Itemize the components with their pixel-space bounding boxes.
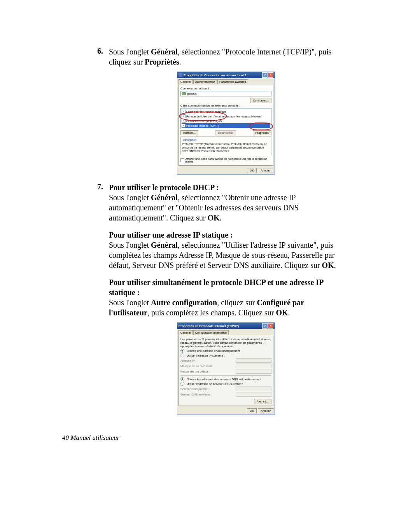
step-number-7: 7. (97, 182, 109, 318)
adapter-field[interactable]: XXXXX (180, 91, 271, 96)
list-item-selected: ✓Protocole Internet (TCP/IP) (182, 123, 270, 128)
description-group: Description Protocole TCP/IP (Transmissi… (180, 136, 271, 155)
label-uses: Cette connexion utilise les éléments sui… (180, 104, 271, 107)
dns2-field (236, 392, 271, 397)
radio-auto-dns[interactable] (180, 377, 184, 381)
titlebar[interactable]: Propriétés de Protocole Internet (TCP/IP… (177, 323, 275, 329)
uninstall-button[interactable]: Désinstaller (215, 130, 236, 135)
cancel-button[interactable]: Annuler (258, 168, 273, 173)
instruction-6: 6. Sous l'onglet Général, sélectionnez "… (97, 47, 343, 67)
list-item-label: Protocole Internet (TCP/IP) (186, 124, 219, 127)
dns1-field (236, 387, 271, 391)
para-both: Sous l'onglet Autre configuration, cliqu… (109, 297, 343, 318)
para-dhcp: Sous l'onglet Général, sélectionnez "Obt… (109, 192, 343, 223)
text: Sous l'onglet (109, 241, 151, 249)
radio-label: Utiliser l'adresse IP suivante : (187, 354, 225, 357)
text: Sous l'onglet (109, 298, 151, 307)
list-item: ✓Client pour les réseaux Microsoft (182, 109, 270, 114)
bold: Général (151, 47, 178, 56)
list-item-label: Planificateur de paquets QoS (186, 120, 222, 122)
ok-button[interactable]: OK (247, 408, 257, 413)
adapter-name: XXXXX (187, 92, 197, 96)
list-item-label: Partage de fichiers et d'imprimantes pou… (186, 115, 262, 118)
mask-field (236, 364, 271, 368)
window-title: Propriétés de Connexion au réseau local … (184, 73, 246, 77)
dialog2-wrap: Propriétés de Protocole Internet (TCP/IP… (109, 322, 343, 415)
tab-general[interactable]: Général (178, 330, 193, 335)
gateway-field (236, 369, 271, 374)
checkbox-icon[interactable] (180, 158, 184, 162)
label-connect-using: Connexion en utilisant : (180, 87, 271, 90)
document-body: 6. Sous l'onglet Général, sélectionnez "… (97, 47, 343, 420)
text: . (179, 58, 181, 66)
window-icon (178, 73, 182, 77)
step-6-text: Sous l'onglet Général, sélectionnez "Pro… (109, 47, 343, 67)
button-row: Installer... Désinstaller Propriétés (180, 130, 271, 135)
tab-alt-config[interactable]: Configuration alternative (193, 330, 229, 335)
text: Sous l'onglet (109, 193, 151, 202)
heading-both: Pour utiliser simultanément le protocole… (109, 277, 343, 297)
checkbox-icon[interactable]: ✓ (182, 119, 186, 123)
bold: Général (151, 241, 178, 249)
titlebar[interactable]: Propriétés de Connexion au réseau local … (177, 72, 275, 78)
cancel-button[interactable]: Annuler (258, 408, 273, 413)
dialog1-wrap: Propriétés de Connexion au réseau local … (109, 72, 343, 175)
bold: OK (276, 308, 288, 317)
install-button[interactable]: Installer... (180, 130, 198, 135)
description-title: Description (182, 138, 197, 141)
bold: Autre configuration (151, 298, 217, 307)
tab-panel: Connexion en utilisant : XXXXX Configure… (178, 84, 273, 166)
help-icon[interactable]: ? (262, 323, 268, 329)
checkbox-icon[interactable]: ✓ (182, 114, 186, 118)
close-icon[interactable]: × (268, 323, 273, 329)
text: . (288, 308, 290, 317)
tcpip-properties-dialog: Propriétés de Protocole Internet (TCP/IP… (177, 322, 275, 415)
ok-button[interactable]: OK (247, 168, 257, 173)
tab-general[interactable]: Général (178, 79, 193, 84)
list-item: ✓Planificateur de paquets QoS (182, 119, 270, 123)
dialog-footer: OK Annuler (177, 167, 275, 174)
checkbox-icon[interactable]: ✓ (182, 110, 186, 114)
label-gateway: Passerelle par défaut : (180, 370, 234, 373)
show-icon-label: Afficher une icône dans la zone de notif… (186, 157, 271, 163)
properties-button[interactable]: Propriétés (253, 130, 271, 135)
page-footer: 40 Manuel utilisateur (62, 434, 119, 442)
nic-icon (182, 92, 186, 95)
label-dns2: Serveur DNS auxiliaire : (180, 393, 234, 396)
label-dns1: Serveur DNS préféré : (180, 387, 234, 391)
radio-manual-ip[interactable] (180, 353, 184, 357)
tab-advanced[interactable]: Paramètres avancés (217, 79, 248, 84)
tab-panel: Les paramètres IP peuvent être déterminé… (178, 335, 273, 406)
para-static: Sous l'onglet Général, sélectionnez "Uti… (109, 240, 343, 270)
radio-label: Utiliser l'adresse de serveur DNS suivan… (187, 382, 243, 386)
help-icon[interactable]: ? (262, 72, 268, 78)
tab-strip: Général Authentification Paramètres avan… (177, 78, 275, 84)
text: , puis complétez les champs. Cliquez sur (147, 308, 276, 317)
components-list[interactable]: ✓Client pour les réseaux Microsoft ✓Part… (180, 108, 271, 129)
text: Sous l'onglet (109, 47, 151, 56)
lan-properties-dialog: Propriétés de Connexion au réseau local … (177, 72, 275, 175)
advanced-button[interactable]: Avancé... (254, 399, 271, 404)
label-mask: Masque de sous-réseau : (180, 364, 234, 368)
label-ip: Adresse IP : (180, 359, 234, 362)
radio-label: Obtenir une adresse IP automatiquement (187, 349, 240, 353)
tab-auth[interactable]: Authentification (193, 79, 217, 84)
heading-static: Pour utiliser une adresse IP statique : (109, 230, 343, 240)
divider (180, 375, 271, 376)
heading-dhcp: Pour utiliser le protocole DHCP : (109, 182, 343, 192)
bold: OK (322, 261, 334, 269)
page: 6. Sous l'onglet Général, sélectionnez "… (0, 0, 420, 509)
radio-manual-dns[interactable] (180, 382, 184, 386)
configure-button[interactable]: Configurer... (250, 98, 271, 103)
text: . (220, 213, 222, 222)
list-item-label: Client pour les réseaux Microsoft (186, 110, 226, 113)
text: . (334, 261, 336, 269)
close-icon[interactable]: × (268, 72, 273, 78)
tab-strip: Général Configuration alternative (177, 329, 275, 335)
intro-text: Les paramètres IP peuvent être déterminé… (180, 338, 271, 348)
description-text: Protocole TCP/IP (Transmission Control P… (182, 142, 270, 153)
checkbox-icon[interactable]: ✓ (182, 124, 186, 128)
dialog-footer: OK Annuler (177, 407, 275, 415)
step-number-6: 6. (97, 47, 109, 67)
radio-auto-ip[interactable] (180, 349, 184, 353)
